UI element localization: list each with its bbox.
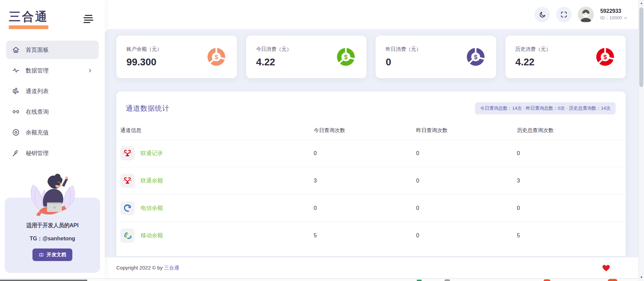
user-menu[interactable]: 5922933 ID：10000 — [600, 8, 628, 21]
scroll-down-arrow[interactable]: ▼ — [639, 276, 644, 279]
chevron-down-icon — [623, 16, 628, 20]
dark-mode-button[interactable] — [534, 7, 550, 22]
yesterday-count: 0 — [416, 205, 517, 211]
stat-cards-row: 账户余额（元） 99.300 $ 今日消费（元） 4.22 $ — [116, 36, 626, 78]
activity-icon — [12, 66, 20, 74]
svg-text:$: $ — [474, 53, 477, 61]
promo-text-line2: TG：@sanhetong — [5, 235, 100, 242]
channel-name: 电信余额 — [141, 204, 163, 212]
mobile-logo-icon — [120, 229, 135, 243]
bottom-peek-green — [417, 280, 422, 281]
sidebar: 三合通 首页面板 数据管理 — [0, 0, 105, 278]
stat-card-today-spend: 今日消费（元） 4.22 $ — [246, 36, 367, 78]
promo-text-line1: 适用于开发人员的API — [5, 222, 100, 229]
bottom-peek-gray — [445, 279, 450, 281]
yesterday-count: 0 — [416, 150, 517, 156]
username: 5922933 — [600, 8, 628, 14]
sidebar-nav: 首页面板 数据管理 通道列表 在线查 — [0, 41, 105, 162]
stat-card-value: 4.22 — [516, 57, 551, 68]
book-icon — [39, 252, 44, 258]
user-avatar[interactable] — [578, 6, 594, 23]
stat-card-label: 历史消费（元） — [516, 46, 551, 52]
stat-card-value: 0 — [386, 57, 421, 68]
donut-dollar-icon: $ — [595, 46, 616, 67]
scroll-up-arrow[interactable]: ▲ — [639, 1, 644, 5]
scrollbar-thumb[interactable] — [639, 7, 643, 87]
svg-text:$: $ — [344, 53, 348, 61]
channel-stats-panel: 通道数据统计 今日查询总数：14次 · 昨日查询总数：0次 · 历史总查询数：1… — [116, 91, 626, 256]
sidebar-item-label: 秘钥管理 — [26, 149, 49, 157]
col-header-total-count: 历史总查询次数 — [517, 127, 626, 134]
sidebar-item-data-management[interactable]: 数据管理 — [6, 61, 99, 80]
channel-name: 移动余额 — [141, 232, 163, 239]
sidebar-item-online-query[interactable]: 在线查询 — [6, 103, 99, 121]
moon-icon — [539, 11, 546, 19]
donut-dollar-icon: $ — [335, 46, 356, 67]
today-count: 0 — [314, 205, 416, 211]
table-row: 联通记录 0 0 0 — [116, 139, 626, 167]
fullscreen-button[interactable] — [556, 7, 572, 22]
developer-promo-card: 适用于开发人员的API TG：@sanhetong 开发文档 — [5, 198, 100, 273]
sidebar-item-label: 余额充值 — [26, 129, 49, 136]
bottom-edge-strip — [0, 278, 638, 281]
brand-logo-underline — [9, 25, 48, 29]
channel-link-unicom-records[interactable]: 联通记录 — [120, 146, 314, 160]
donut-dollar-icon: $ — [206, 46, 227, 67]
query-totals-badge: 今日查询总数：14次 · 昨日查询总数：0次 · 历史总查询数：14次 — [475, 102, 616, 114]
channel-link-mobile-balance[interactable]: 移动余额 — [120, 229, 314, 243]
stat-card-label: 账户余额（元） — [126, 46, 162, 52]
heart-icon — [602, 264, 610, 272]
copyright-text: Copyright 2022 © by 三合通 — [116, 265, 179, 271]
footer-brand-link[interactable]: 三合通 — [164, 265, 179, 271]
table-row: 移动余额 5 0 5 — [116, 222, 626, 249]
bottom-peek-orange — [544, 279, 550, 281]
brand-logo-text: 三合通 — [9, 9, 48, 25]
channel-table: 通道信息 今日查询次数 昨日查询次数 历史总查询次数 联通记录 0 — [116, 121, 626, 249]
panel-title: 通道数据统计 — [126, 104, 169, 113]
total-count: 0 — [517, 150, 626, 156]
stat-card-label: 昨日消费（元） — [386, 46, 421, 52]
sidebar-item-channel-list[interactable]: 通道列表 — [6, 82, 99, 100]
sidebar-item-home[interactable]: 首页面板 — [6, 41, 99, 59]
stat-card-value: 4.22 — [256, 57, 292, 68]
fullscreen-icon — [560, 11, 568, 18]
vertical-scrollbar[interactable]: ▲ ▼ — [638, 0, 644, 281]
channel-name: 联通余额 — [141, 177, 163, 185]
today-count: 0 — [314, 150, 416, 156]
stat-card-history-spend: 历史消费（元） 4.22 $ — [505, 36, 626, 78]
dev-docs-button-label: 开发文档 — [47, 252, 66, 258]
channel-link-unicom-balance[interactable]: 联通余额 — [120, 174, 314, 188]
yesterday-count: 0 — [416, 233, 517, 239]
main-area: 5922933 ID：10000 账户余额（元） 99.300 — [105, 0, 644, 278]
user-id-label: ID：10000 — [600, 15, 622, 21]
link-icon — [12, 108, 20, 116]
sidebar-item-label: 首页面板 — [26, 46, 49, 54]
feather-icon — [12, 149, 20, 157]
yesterday-count: 0 — [416, 178, 517, 184]
today-count: 3 — [314, 178, 416, 184]
sidebar-item-label: 在线查询 — [26, 108, 49, 116]
sidebar-item-balance-recharge[interactable]: 余额充值 — [6, 123, 99, 142]
sidebar-item-label: 通道列表 — [26, 87, 49, 95]
footer: Copyright 2022 © by 三合通 — [105, 257, 644, 278]
stat-card-value: 99.300 — [126, 57, 162, 68]
wind-icon — [12, 87, 20, 95]
today-count: 5 — [314, 233, 416, 239]
unicom-logo-icon — [120, 146, 135, 160]
menu-toggle-icon[interactable] — [82, 14, 95, 24]
svg-text:$: $ — [603, 53, 607, 61]
brand-logo[interactable]: 三合通 — [9, 9, 48, 29]
col-header-yesterday-count: 昨日查询次数 — [416, 127, 517, 134]
channel-link-telecom-balance[interactable]: 电信余额 — [120, 201, 314, 215]
telecom-logo-icon — [120, 201, 135, 215]
total-count: 0 — [517, 205, 626, 211]
table-header-row: 通道信息 今日查询次数 昨日查询次数 历史总查询次数 — [116, 121, 626, 139]
app-window: 三合通 首页面板 数据管理 — [0, 0, 644, 278]
home-icon — [12, 46, 20, 54]
dev-docs-button[interactable]: 开发文档 — [32, 248, 72, 261]
promo-illustration — [19, 171, 86, 222]
stat-card-label: 今日消费（元） — [256, 46, 292, 52]
sidebar-item-key-management[interactable]: 秘钥管理 — [6, 144, 99, 162]
donut-dollar-icon: $ — [465, 46, 486, 67]
sidebar-item-label: 数据管理 — [26, 67, 49, 74]
